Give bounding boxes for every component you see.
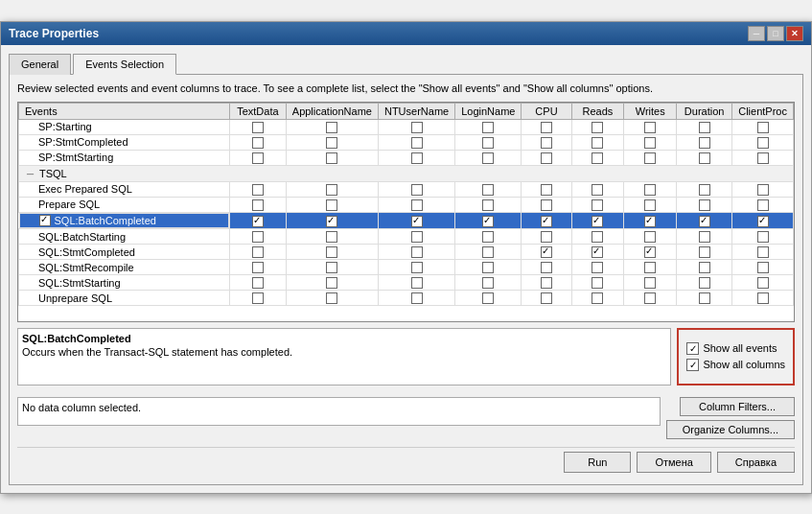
- checkbox[interactable]: [541, 137, 552, 149]
- checkbox[interactable]: [252, 231, 264, 243]
- checkbox[interactable]: [699, 277, 710, 289]
- checkbox[interactable]: [326, 199, 337, 211]
- checkbox[interactable]: [592, 246, 603, 258]
- checkbox[interactable]: [252, 262, 264, 273]
- table-row[interactable]: SQL:StmtCompleted: [19, 245, 794, 260]
- table-row[interactable]: SQL:StmtStarting: [19, 275, 794, 291]
- checkbox[interactable]: [541, 292, 552, 304]
- checkbox[interactable]: [411, 184, 423, 196]
- table-row[interactable]: Prepare SQL: [19, 197, 794, 212]
- checkbox[interactable]: [541, 262, 552, 273]
- checkbox[interactable]: [252, 122, 264, 133]
- checkbox[interactable]: [326, 216, 337, 227]
- checkbox[interactable]: [757, 231, 769, 243]
- checkbox[interactable]: [592, 122, 603, 133]
- column-filters-button[interactable]: Column Filters...: [680, 397, 795, 416]
- checkbox[interactable]: [592, 152, 603, 164]
- checkbox[interactable]: [411, 277, 423, 289]
- checkbox[interactable]: [411, 246, 423, 258]
- checkbox[interactable]: [757, 292, 769, 304]
- checkbox[interactable]: [757, 262, 769, 273]
- checkbox[interactable]: [411, 262, 423, 273]
- checkbox[interactable]: [644, 277, 656, 289]
- checkbox[interactable]: [541, 246, 552, 258]
- checkbox[interactable]: [699, 216, 710, 227]
- checkbox[interactable]: [482, 246, 494, 258]
- checkbox[interactable]: [592, 216, 603, 227]
- checkbox[interactable]: [592, 184, 603, 196]
- checkbox[interactable]: [482, 262, 494, 273]
- checkbox[interactable]: [541, 152, 552, 164]
- checkbox[interactable]: [482, 277, 494, 289]
- checkbox[interactable]: [252, 246, 264, 258]
- checkbox[interactable]: [699, 292, 710, 304]
- table-row[interactable]: Exec Prepared SQL: [19, 181, 794, 197]
- cancel-button[interactable]: Отмена: [637, 452, 710, 473]
- checkbox[interactable]: [757, 184, 769, 196]
- checkbox[interactable]: [644, 262, 656, 273]
- table-row-selected[interactable]: SQL:BatchCompleted: [19, 212, 794, 228]
- checkbox[interactable]: [644, 152, 656, 164]
- help-button[interactable]: Справка: [717, 452, 795, 473]
- checkbox[interactable]: [252, 277, 264, 289]
- checkbox[interactable]: [592, 199, 603, 211]
- checkbox[interactable]: [592, 231, 603, 243]
- checkbox[interactable]: [411, 137, 423, 149]
- tab-events-selection[interactable]: Events Selection: [73, 54, 176, 75]
- row-checkbox-checked[interactable]: [39, 215, 51, 226]
- checkbox[interactable]: [592, 292, 603, 304]
- checkbox[interactable]: [757, 277, 769, 289]
- tab-general[interactable]: General: [9, 54, 71, 75]
- checkbox[interactable]: [644, 246, 656, 258]
- checkbox[interactable]: [541, 277, 552, 289]
- checkbox[interactable]: [644, 216, 656, 227]
- checkbox[interactable]: [411, 199, 423, 211]
- checkbox[interactable]: [252, 216, 264, 227]
- checkbox[interactable]: [326, 277, 337, 289]
- checkbox[interactable]: [644, 292, 656, 304]
- checkbox[interactable]: [592, 262, 603, 273]
- checkbox[interactable]: [252, 152, 264, 164]
- checkbox[interactable]: [326, 262, 337, 273]
- checkbox[interactable]: [326, 184, 337, 196]
- checkbox[interactable]: [699, 199, 710, 211]
- checkbox[interactable]: [411, 122, 423, 133]
- checkbox[interactable]: [699, 184, 710, 196]
- maximize-button[interactable]: □: [767, 26, 784, 41]
- checkbox[interactable]: [252, 137, 264, 149]
- checkbox[interactable]: [699, 246, 710, 258]
- checkbox[interactable]: [411, 231, 423, 243]
- checkbox[interactable]: [482, 122, 494, 133]
- checkbox[interactable]: [326, 137, 337, 149]
- checkbox[interactable]: [644, 199, 656, 211]
- checkbox[interactable]: [644, 122, 656, 133]
- run-button[interactable]: Run: [564, 452, 631, 473]
- checkbox[interactable]: [326, 152, 337, 164]
- organize-columns-button[interactable]: Organize Columns...: [666, 420, 795, 439]
- checkbox[interactable]: [541, 216, 552, 227]
- checkbox[interactable]: [482, 292, 494, 304]
- checkbox[interactable]: [482, 199, 494, 211]
- table-row[interactable]: SQL:StmtRecompile: [19, 260, 794, 275]
- checkbox[interactable]: [757, 216, 769, 227]
- checkbox[interactable]: [482, 184, 494, 196]
- checkbox[interactable]: [482, 152, 494, 164]
- checkbox[interactable]: [592, 137, 603, 149]
- checkbox[interactable]: [326, 246, 337, 258]
- checkbox[interactable]: [541, 231, 552, 243]
- checkbox[interactable]: [482, 137, 494, 149]
- show-all-events-checkbox[interactable]: ✓: [686, 342, 699, 355]
- table-row[interactable]: Unprepare SQL: [19, 291, 794, 306]
- checkbox[interactable]: [252, 292, 264, 304]
- checkbox[interactable]: [326, 231, 337, 243]
- checkbox[interactable]: [699, 137, 710, 149]
- checkbox[interactable]: [252, 199, 264, 211]
- checkbox[interactable]: [482, 231, 494, 243]
- checkbox[interactable]: [699, 152, 710, 164]
- events-table-container[interactable]: Events TextData ApplicationName NTUserNa…: [17, 102, 795, 322]
- checkbox[interactable]: [592, 277, 603, 289]
- checkbox[interactable]: [699, 122, 710, 133]
- minimize-button[interactable]: ─: [748, 26, 765, 41]
- checkbox[interactable]: [252, 184, 264, 196]
- close-button[interactable]: ✕: [786, 26, 803, 41]
